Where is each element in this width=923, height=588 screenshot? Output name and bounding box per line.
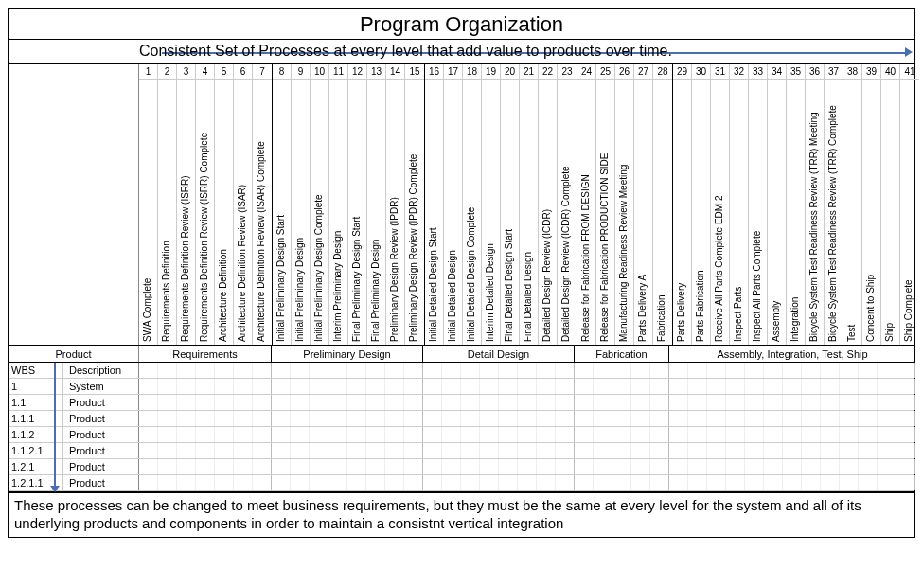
column-group: 8Initial Preliminary Design Start9Initia…	[273, 64, 425, 345]
grid-cell	[575, 443, 594, 458]
grid-cell	[669, 459, 688, 474]
grid-cell	[404, 395, 423, 410]
column: 8Initial Preliminary Design Start	[273, 64, 292, 345]
grid-cell	[461, 443, 480, 458]
column: 6Architecture Definition Review (ISAR)	[234, 64, 253, 345]
grid-cell	[612, 363, 631, 378]
grid-cell	[291, 395, 310, 410]
grid-cell	[196, 443, 215, 458]
column-label: Integration	[787, 80, 805, 345]
grid-cell	[499, 363, 518, 378]
grid-cell	[821, 411, 840, 426]
column: 23Detailed Design Review (ICDR) Complete	[558, 64, 577, 345]
grid-cell	[272, 459, 291, 474]
grid-cell	[423, 427, 442, 442]
grid-cell	[650, 411, 669, 426]
grid-cell	[764, 411, 783, 426]
grid-cell	[802, 379, 821, 394]
grid-cell	[310, 379, 328, 394]
grid-cell	[328, 427, 347, 442]
grid-cell	[631, 395, 650, 410]
grid-cell	[366, 363, 385, 378]
wbs-header-row: WBSDescription	[9, 363, 914, 379]
grid-cell	[253, 475, 272, 490]
column: 33Inspect All Parts Complete	[749, 64, 768, 345]
grid-cell	[234, 411, 253, 426]
column-label: Preliminary Design Review (IPDR)	[386, 80, 404, 345]
grid-cell	[878, 379, 896, 394]
grid-cell	[707, 459, 726, 474]
column-label: Interim Preliminary Design	[329, 80, 347, 345]
grid-cell	[556, 427, 575, 442]
grid-cell	[442, 459, 461, 474]
column-number: 11	[329, 64, 347, 80]
grid-cell	[688, 459, 707, 474]
grid-cell	[423, 363, 442, 378]
wbs-cells	[139, 427, 915, 442]
page-title: Program Organization	[9, 9, 914, 40]
column-number: 41	[900, 64, 919, 80]
column-group: 1SWA Complete2Requirements Definition3Re…	[139, 64, 273, 345]
column: 29Parts Delivery	[673, 64, 692, 345]
column-label: Detailed Design Review (ICDR)	[539, 80, 557, 345]
grid-cell	[291, 411, 310, 426]
wbs-table: WBSDescription1System1.1Product1.1.1Prod…	[9, 363, 914, 492]
column: 20Final Detailed Design Start	[501, 64, 520, 345]
grid-cell	[537, 475, 556, 490]
grid-cell	[518, 427, 537, 442]
column: 9Initial Preliminary Design	[292, 64, 311, 345]
column-number: 23	[558, 64, 577, 80]
column-label: Architecture Definition Review (ISAR) Co…	[253, 80, 272, 345]
grid-cell	[575, 411, 594, 426]
grid-cell	[688, 395, 707, 410]
column-label: Initial Detailed Design Start	[425, 80, 443, 345]
grid-cell	[328, 379, 347, 394]
grid-cell	[291, 475, 310, 490]
grid-cell	[802, 443, 821, 458]
column-label: Ship Complete	[900, 80, 919, 345]
grid-cell	[840, 363, 859, 378]
grid-cell	[650, 395, 669, 410]
grid-cell	[480, 379, 499, 394]
grid-cell	[631, 363, 650, 378]
column-number: 16	[425, 64, 443, 80]
grid-cell	[840, 427, 859, 442]
grid-cell	[878, 363, 896, 378]
grid-cell	[878, 475, 896, 490]
grid-cell	[556, 411, 575, 426]
grid-cell	[707, 427, 726, 442]
grid-cell	[537, 363, 556, 378]
column-number: 35	[787, 64, 805, 80]
grid-cell	[423, 475, 442, 490]
grid-cell	[272, 363, 291, 378]
grid-cell	[783, 475, 802, 490]
grid-cell	[423, 443, 442, 458]
grid-cell	[707, 395, 726, 410]
column-label: Architecture Definition	[215, 80, 233, 345]
grid-cell	[537, 459, 556, 474]
grid-cell	[442, 363, 461, 378]
grid-cell	[480, 443, 499, 458]
grid-cell	[499, 379, 518, 394]
grid-cell	[896, 363, 915, 378]
grid-cell	[612, 395, 631, 410]
grid-cell	[347, 427, 366, 442]
grid-cell	[215, 395, 234, 410]
grid-cell	[556, 459, 575, 474]
grid-cell	[385, 427, 404, 442]
column-label: Architecture Definition Review (ISAR)	[234, 80, 252, 345]
grid-cell	[499, 427, 518, 442]
column-label: Parts Delivery	[673, 80, 691, 345]
grid-cell	[556, 475, 575, 490]
grid-cell	[310, 475, 328, 490]
grid-cell	[423, 459, 442, 474]
grid-cell	[177, 427, 196, 442]
column-number: 20	[501, 64, 519, 80]
grid-cell	[896, 379, 915, 394]
grid-cell	[707, 443, 726, 458]
grid-cell	[669, 475, 688, 490]
column-number: 1	[139, 64, 157, 80]
column: 13Final Preliminary Design	[367, 64, 386, 345]
grid-cell	[215, 443, 234, 458]
grid-cell	[366, 411, 385, 426]
